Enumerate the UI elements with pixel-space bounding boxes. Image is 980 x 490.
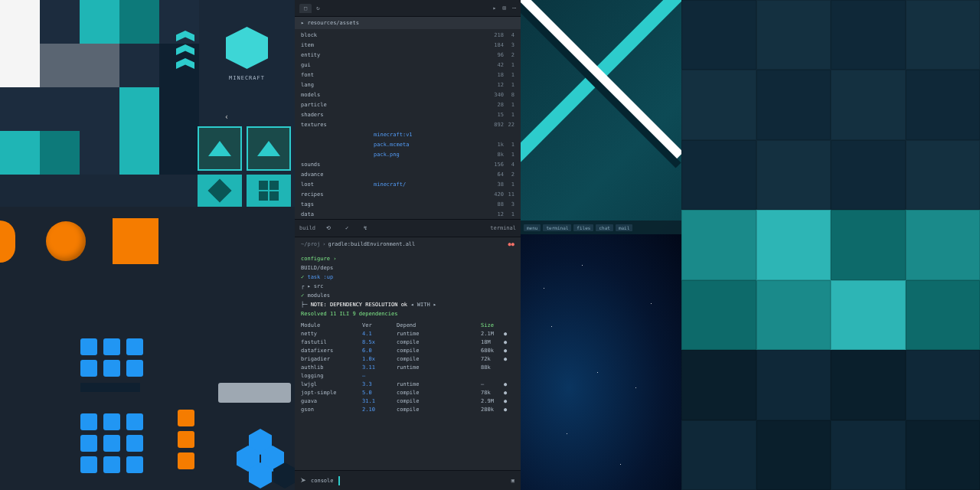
taskbar-item[interactable]: chat <box>596 224 612 231</box>
split-icon[interactable]: ⊞ <box>502 5 506 11</box>
editor-titlebar: □ ↻ ▸ ⊞ ⋯ <box>295 0 521 17</box>
list-item[interactable]: block2184 <box>295 31 521 41</box>
list-item[interactable]: textures89222 <box>295 120 521 130</box>
resource-list[interactable]: block2184item1843entity962gui421font181l… <box>295 29 521 219</box>
taskbar-item[interactable]: files <box>573 224 593 231</box>
app-icon-grid-1 <box>80 338 145 377</box>
table-row[interactable]: datafixers6.0compile680k● <box>301 347 514 355</box>
taskbar[interactable]: menuterminalfileschatmail <box>521 220 681 234</box>
list-item[interactable]: shaders151 <box>295 110 521 120</box>
divider-strip <box>80 383 140 392</box>
list-item[interactable]: sounds1564 <box>295 160 521 170</box>
list-item[interactable]: models3408 <box>295 90 521 100</box>
term-line: Resolved 11 ILI 9 dependencies <box>301 311 397 317</box>
editor-toolbar: build ⟲ ✓ ↯ terminal <box>295 219 521 237</box>
app-icon[interactable] <box>103 435 120 452</box>
table-row[interactable]: jopt-simple5.0compile78k● <box>301 389 514 397</box>
term-line: BUILD/deps <box>301 265 333 271</box>
taskbar-item[interactable]: mail <box>616 224 632 231</box>
app-icon[interactable] <box>80 360 97 377</box>
panel-icon[interactable]: ▣ <box>511 478 514 484</box>
app-icon[interactable] <box>103 360 120 377</box>
list-item[interactable]: lang121 <box>295 80 521 90</box>
app-icon[interactable] <box>178 431 194 448</box>
app-icon[interactable] <box>126 456 143 473</box>
table-row[interactable]: netty4.1runtime2.1M● <box>301 330 514 338</box>
check-icon[interactable]: ✓ <box>341 223 352 234</box>
list-item[interactable]: item1843 <box>295 41 521 51</box>
app-icon[interactable] <box>126 413 143 430</box>
list-item[interactable]: tags883 <box>295 200 521 210</box>
list-item[interactable]: recipes42011 <box>295 190 521 200</box>
list-item[interactable]: font181 <box>295 70 521 80</box>
mountain-icon-1[interactable] <box>198 126 242 171</box>
toolbar-label: build <box>299 225 315 231</box>
app-icon[interactable] <box>126 435 143 452</box>
cube-icon <box>226 27 268 69</box>
app-icon[interactable] <box>126 360 143 377</box>
table-row[interactable]: authlib3.11runtime88k <box>301 364 514 372</box>
chevron-stack-icon <box>176 31 199 72</box>
table-row[interactable]: lwjgl3.3runtime—● <box>301 381 514 389</box>
app-icon-grid-2 <box>80 413 145 473</box>
taskbar-item[interactable]: menu <box>524 224 541 231</box>
input-placeholder: console <box>311 478 334 484</box>
hex-cluster-icon <box>226 429 295 490</box>
table-row[interactable]: gson2.10compile280k● <box>301 406 514 414</box>
path-segment[interactable]: ~/proj <box>301 241 320 247</box>
term-line: ┌ ▸ src <box>301 283 324 289</box>
more-icon[interactable]: ⋯ <box>512 5 516 11</box>
list-item[interactable]: pack.png8k1 <box>295 150 521 160</box>
list-item[interactable]: lootminecraft/381 <box>295 180 521 190</box>
term-line: ◂ WITH ▸ <box>407 302 436 308</box>
list-item[interactable]: gui421 <box>295 60 521 70</box>
path-segment[interactable]: gradle:buildEnvironment.all <box>328 241 416 247</box>
table-row[interactable]: guava31.1compile2.9M● <box>301 397 514 406</box>
table-header: ModuleVerDependSize <box>301 322 514 330</box>
prompt-icon: ⮞ <box>301 478 306 484</box>
app-icon[interactable] <box>80 456 97 473</box>
list-item[interactable]: minecraft:v1 <box>295 130 521 140</box>
app-icon[interactable] <box>103 456 120 473</box>
list-item[interactable]: particle281 <box>295 100 521 110</box>
refresh-icon[interactable]: ⟲ <box>323 223 334 234</box>
table-row[interactable]: logging— <box>301 372 514 381</box>
app-icon[interactable] <box>80 435 97 452</box>
app-icon[interactable] <box>80 338 97 355</box>
list-item[interactable]: data121 <box>295 210 521 219</box>
reload-icon[interactable]: ↻ <box>316 5 320 11</box>
app-icon[interactable] <box>103 413 120 430</box>
diamond-icon[interactable] <box>198 175 242 207</box>
search-pill[interactable] <box>218 383 291 403</box>
brand-logo: MINECRAFT <box>203 27 291 81</box>
play-icon[interactable]: ▸ <box>493 5 497 11</box>
list-item[interactable]: pack.mcmeta1k1 <box>295 140 521 150</box>
chevron-right-icon: › <box>322 241 325 247</box>
terminal-input[interactable]: ⮞ console ▣ <box>295 470 521 490</box>
mountain-icon-2[interactable] <box>247 126 291 171</box>
table-row[interactable]: brigadier1.0xcompile72k● <box>301 355 514 364</box>
path-bar: ~/proj › gradle:buildEnvironment.all ●● <box>295 237 521 251</box>
app-icon[interactable] <box>178 452 194 469</box>
breadcrumb[interactable]: ▸ resources/assets <box>295 17 521 29</box>
toolbar-label-right: terminal <box>490 225 516 231</box>
tab-icon[interactable]: □ <box>299 4 312 13</box>
app-icon[interactable] <box>80 413 97 430</box>
term-line: modules <box>307 292 330 299</box>
bolt-icon[interactable]: ↯ <box>360 223 371 234</box>
taskbar-item[interactable]: terminal <box>543 224 571 231</box>
list-item[interactable]: entity962 <box>295 51 521 60</box>
app-icon[interactable] <box>126 338 143 355</box>
assets-panel: MINECRAFT ‹ <box>0 0 295 490</box>
app-icon[interactable] <box>103 338 120 355</box>
table-row[interactable]: fastutil8.5xcompile18M● <box>301 338 514 347</box>
window-grid-icon[interactable] <box>247 175 291 207</box>
list-item[interactable]: advance642 <box>295 170 521 180</box>
orange-swatch-row <box>0 218 158 264</box>
back-icon[interactable]: ‹ <box>224 113 229 121</box>
app-icon[interactable] <box>178 410 194 426</box>
terminal-output[interactable]: configure › BUILD/deps ✓ task :up ┌ ▸ sr… <box>295 251 521 470</box>
texture-tiles <box>0 0 199 175</box>
term-line: ├─ <box>301 302 311 308</box>
orange-icon-column <box>178 410 194 469</box>
